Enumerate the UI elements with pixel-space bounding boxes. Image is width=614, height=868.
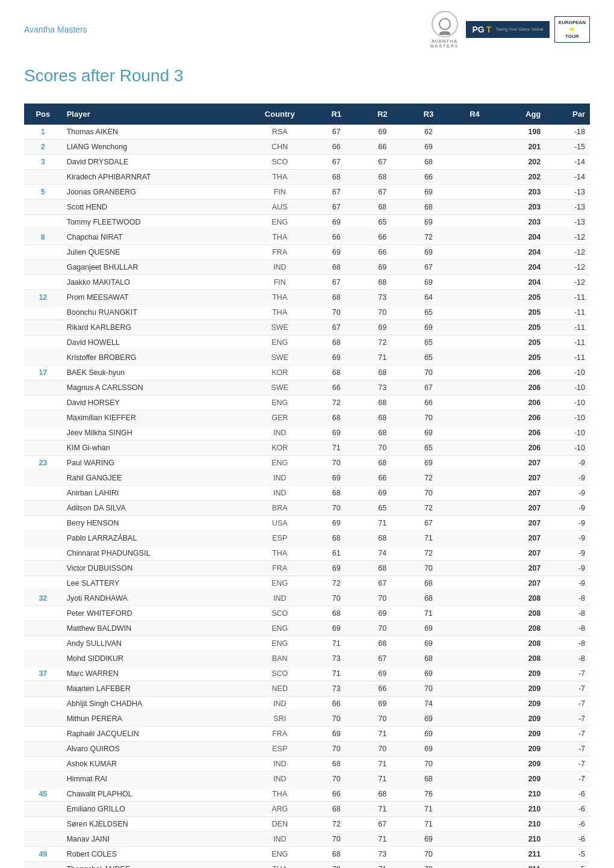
cell-country: FRA [246,727,313,742]
cell-agg: 208 [498,591,548,606]
cell-agg: 210 [498,787,548,802]
cell-pos: 12 [24,290,62,305]
cell-pos [24,681,62,696]
scores-table-container: Pos Player Country R1 R2 R3 R4 Agg Par 1… [0,104,614,868]
cell-pos: 2 [24,140,62,155]
cell-par: -14 [548,155,590,170]
table-row: 17 BAEK Seuk-hyun KOR 68 68 70 206 -10 [24,365,590,380]
cell-r2: 74 [359,546,406,561]
cell-pos [24,275,62,290]
cell-par: -9 [548,486,590,501]
cell-r1: 70 [313,711,359,727]
cell-r1: 68 [313,757,359,772]
cell-r2: 68 [359,531,406,546]
table-row: Søren KJELDSEN DEN 72 67 71 210 -6 [24,817,590,832]
cell-par: -9 [548,576,590,591]
cell-country: THA [246,290,313,305]
table-row: Anirban LAHIRI IND 68 69 70 207 -9 [24,486,590,501]
cell-player: Jaakko MAKITALO [62,275,246,290]
table-row: Mohd SIDDIKUR BAN 73 67 68 208 -8 [24,651,590,666]
table-row: Pablo LARRAZÁBAL ESP 68 68 71 207 -9 [24,531,590,546]
cell-r1: 69 [313,350,359,365]
cell-par: -9 [548,546,590,561]
cell-pos [24,546,62,561]
table-row: Andy SULLIVAN ENG 71 68 69 208 -8 [24,636,590,651]
cell-country: BAN [246,651,313,666]
cell-r1: 68 [313,260,359,275]
cell-agg: 204 [498,275,548,290]
cell-player: Mithun PERERA [62,711,246,727]
col-par: Par [548,104,590,125]
cell-r4 [451,591,498,606]
cell-player: Chapchai NIRAT [62,230,246,245]
cell-par: -14 [548,170,590,185]
table-row: Peter WHITEFORD SCO 68 69 71 208 -8 [24,606,590,621]
cell-agg: 209 [498,711,548,727]
cell-par: -8 [548,606,590,621]
cell-player: Emiliano GRILLO [62,802,246,817]
cell-r3: 69 [406,742,452,757]
cell-pos [24,832,62,847]
cell-agg: 202 [498,155,548,170]
cell-agg: 208 [498,651,548,666]
cell-r2: 69 [359,125,406,140]
cell-agg: 209 [498,681,548,696]
cell-par: -10 [548,441,590,456]
cell-player: Søren KJELDSEN [62,817,246,832]
cell-agg: 203 [498,185,548,200]
cell-r2: 68 [359,787,406,802]
cell-r1: 69 [313,727,359,742]
cell-pos [24,606,62,621]
cell-country: ESP [246,531,313,546]
cell-r3: 69 [406,245,452,260]
cell-r3: 72 [406,230,452,245]
cell-player: Andy SULLIVAN [62,636,246,651]
cell-player: Kristoffer BROBERG [62,350,246,365]
cell-player: Jeev Milkha SINGH [62,426,246,441]
cell-r4 [451,696,498,711]
cell-pos: 1 [24,125,62,140]
cell-player: Pablo LARRAZÁBAL [62,531,246,546]
cell-agg: 208 [498,621,548,636]
cell-r3: 71 [406,817,452,832]
cell-r4 [451,441,498,456]
cell-player: Raphaël JACQUELIN [62,727,246,742]
cell-r3: 69 [406,711,452,727]
cell-player: Rahil GANGJEE [62,471,246,486]
table-row: 32 Jyoti RANDHAWA IND 70 70 68 208 -8 [24,591,590,606]
cell-r2: 67 [359,817,406,832]
cell-r1: 69 [313,561,359,576]
table-row: Thongchai JAIDEE THA 70 71 70 211 -5 [24,862,590,869]
cell-r2: 68 [359,395,406,411]
cell-player: Manav JAINI [62,832,246,847]
cell-r3: 68 [406,651,452,666]
cell-r2: 68 [359,561,406,576]
cell-par: -10 [548,380,590,395]
cell-agg: 209 [498,757,548,772]
table-row: Alvaro QUIROS ESP 70 70 69 209 -7 [24,742,590,757]
cell-r3: 70 [406,847,452,862]
cell-par: -7 [548,757,590,772]
cell-country: RSA [246,125,313,140]
cell-r2: 70 [359,742,406,757]
logo-area: AVANTHA MASTERS PGT Taking Your Game Glo… [430,11,590,48]
cell-pos: 45 [24,787,62,802]
cell-r3: 69 [406,666,452,681]
cell-r1: 70 [313,862,359,869]
cell-par: -9 [548,501,590,516]
cell-agg: 206 [498,426,548,441]
cell-r4 [451,245,498,260]
cell-agg: 207 [498,501,548,516]
cell-country: BRA [246,501,313,516]
cell-agg: 209 [498,727,548,742]
cell-pos [24,621,62,636]
cell-r2: 71 [359,862,406,869]
cell-player: Mohd SIDDIKUR [62,651,246,666]
cell-country: NED [246,681,313,696]
cell-country: ARG [246,802,313,817]
cell-player: Chawalit PLAPHOL [62,787,246,802]
cell-r2: 68 [359,456,406,471]
cell-pos [24,651,62,666]
cell-par: -6 [548,832,590,847]
cell-r2: 71 [359,757,406,772]
